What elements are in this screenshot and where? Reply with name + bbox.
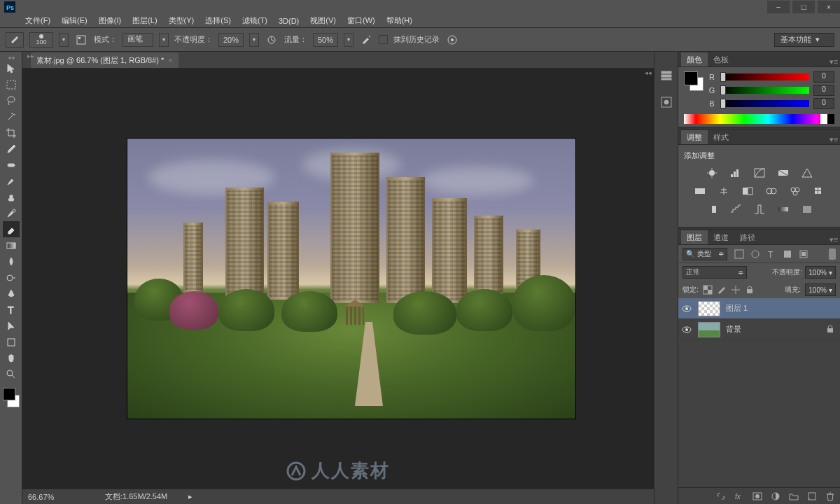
menu-layer[interactable]: 图层(L) [128,14,161,27]
color-panel-menu-icon[interactable]: ▾≡ [827,57,840,66]
swatches-tab[interactable]: 色板 [708,52,734,66]
selective-color-icon[interactable] [799,203,815,216]
color-swatches[interactable] [1,388,21,407]
levels-icon[interactable] [728,167,743,179]
filter-pixel-icon[interactable] [734,249,744,259]
canvas-viewport[interactable]: ◂◂ [22,69,654,489]
hue-saturation-icon[interactable] [692,185,708,197]
menu-type[interactable]: 类型(Y) [164,14,199,27]
threshold-icon[interactable] [752,203,767,216]
lock-position-icon[interactable] [731,285,741,295]
tab-well-grip-icon[interactable]: ▸▸ [25,52,36,60]
menu-window[interactable]: 窗口(W) [343,14,379,27]
magic-wand-tool[interactable] [3,108,20,125]
toolbox-collapse-icon[interactable]: ◂◂ [1,55,21,60]
channels-tab[interactable]: 通道 [708,230,734,244]
invert-icon[interactable] [704,203,720,216]
layer-mask-icon[interactable] [752,491,763,502]
opacity-pressure-icon[interactable] [265,33,279,47]
lock-transparent-icon[interactable] [703,285,713,295]
filter-shape-icon[interactable] [783,249,792,259]
adjust-panel-menu-icon[interactable]: ▾≡ [827,135,840,144]
layer-style-icon[interactable]: fx [734,491,745,502]
adjustment-layer-icon[interactable] [770,491,781,502]
posterize-icon[interactable] [728,203,743,216]
gradient-map-icon[interactable] [776,203,791,216]
status-doc-info[interactable]: 文档:1.65M/2.54M [105,491,167,502]
menu-edit[interactable]: 编辑(E) [57,14,92,27]
menu-select[interactable]: 选择(S) [201,14,235,27]
crop-tool[interactable] [3,125,20,141]
clone-stamp-tool[interactable] [3,189,20,205]
layer-name[interactable]: 背景 [726,324,741,335]
color-fg-swatch[interactable] [684,71,698,85]
brush-panel-toggle-icon[interactable] [74,33,88,47]
r-slider[interactable] [720,74,809,80]
menu-view[interactable]: 视图(V) [306,14,340,27]
r-value[interactable]: 0 [813,71,834,83]
channel-mixer-icon[interactable] [788,185,803,197]
menu-3d[interactable]: 3D(D) [274,15,303,27]
workspace-switcher[interactable]: 基本功能 ▾ [774,33,834,47]
layer-name[interactable]: 图层 1 [726,303,748,314]
curves-icon[interactable] [752,167,767,179]
color-panel-swatches[interactable] [684,71,704,91]
layer-visibility-icon[interactable] [681,305,692,312]
color-lookup-icon[interactable] [811,185,827,197]
b-slider[interactable] [720,100,809,107]
layer-filter-type-select[interactable]: 🔍类型≑ [682,248,727,260]
eraser-tool[interactable] [3,221,20,237]
mode-select[interactable]: 画笔 [122,33,153,47]
vibrance-icon[interactable] [799,167,815,179]
blend-mode-select[interactable]: 正常≑ [682,266,747,279]
layer-group-icon[interactable] [788,491,799,502]
exposure-icon[interactable] [776,167,791,179]
brush-preset-picker[interactable]: 100 [29,32,53,48]
menu-help[interactable]: 帮助(H) [382,14,416,27]
layer-row[interactable]: 背景 [678,319,840,340]
mode-dropdown-arrow-icon[interactable]: ▾ [159,33,169,47]
airbrush-icon[interactable] [359,33,373,47]
layer-thumbnail[interactable] [698,301,720,316]
filter-adjustment-icon[interactable] [750,249,760,259]
history-panel-icon[interactable] [658,67,675,84]
filter-smart-icon[interactable] [799,249,808,259]
filter-toggle[interactable] [829,248,836,260]
status-arrow-icon[interactable]: ▸ [188,492,192,501]
status-zoom[interactable]: 66.67% [28,493,84,501]
document-tab-close-icon[interactable]: × [168,56,172,64]
styles-tab[interactable]: 样式 [708,130,734,144]
filter-type-icon[interactable]: T [766,249,776,259]
lock-image-icon[interactable] [717,285,727,295]
flow-dropdown-arrow-icon[interactable]: ▾ [344,33,354,47]
menu-image[interactable]: 图像(I) [94,14,125,27]
foreground-color-swatch[interactable] [3,388,15,400]
properties-panel-icon[interactable] [658,94,675,111]
zoom-tool[interactable] [3,366,20,382]
lasso-tool[interactable] [3,92,20,108]
hand-tool[interactable] [3,350,20,366]
adjustments-tab[interactable]: 调整 [681,130,708,144]
tool-preset-picker[interactable] [6,32,24,48]
color-spectrum[interactable] [684,114,834,124]
photo-filter-icon[interactable] [764,185,779,197]
delete-layer-icon[interactable] [825,491,836,502]
window-close-button[interactable]: × [818,1,840,13]
brightness-contrast-icon[interactable] [704,167,720,179]
layer-fill-input[interactable]: 100% ▾ [805,284,836,296]
move-tool[interactable] [3,60,20,76]
layers-panel-menu-icon[interactable]: ▾≡ [827,235,840,244]
b-value[interactable]: 0 [813,98,834,109]
path-selection-tool[interactable] [3,318,20,334]
link-layers-icon[interactable] [715,491,727,502]
brush-tool[interactable] [3,173,20,189]
document-tab[interactable]: 素材.jpg @ 66.7% (图层 1, RGB/8#) * × [31,52,178,68]
type-tool[interactable]: T [3,302,20,318]
paths-tab[interactable]: 路径 [734,230,761,244]
eyedropper-tool[interactable] [3,141,20,157]
panel-collapse-right-icon[interactable]: ◂◂ [643,69,654,77]
layer-opacity-input[interactable]: 100% ▾ [805,266,836,279]
marquee-tool[interactable] [3,76,20,92]
erase-history-checkbox[interactable] [379,35,388,44]
brush-dropdown-arrow-icon[interactable]: ▾ [59,33,69,47]
